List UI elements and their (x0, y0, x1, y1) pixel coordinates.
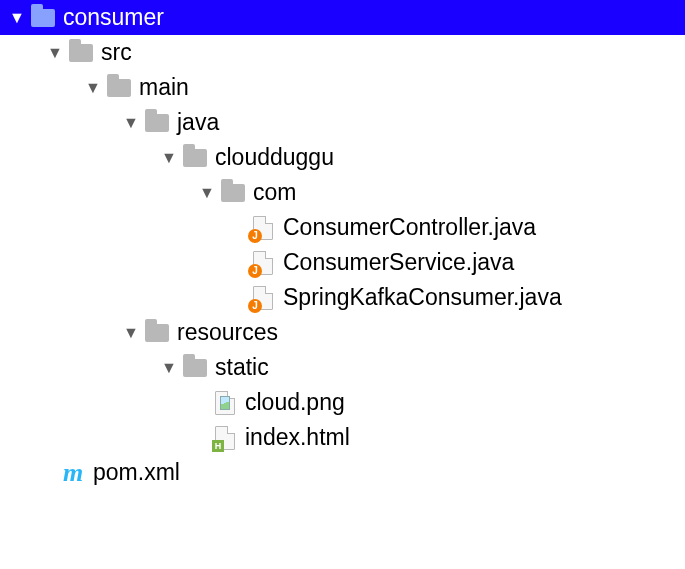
expand-arrow-down-icon[interactable]: ▼ (198, 184, 216, 202)
maven-file-icon: m (60, 460, 86, 486)
tree-item-label: cloud.png (245, 391, 345, 414)
tree-item-label: ConsumerController.java (283, 216, 536, 239)
folder-icon (182, 145, 208, 171)
html-file-icon: H (212, 425, 238, 451)
expand-arrow-down-icon[interactable]: ▼ (160, 149, 178, 167)
tree-item-label: main (139, 76, 189, 99)
java-file-icon: J (250, 250, 276, 276)
java-file-icon: J (250, 285, 276, 311)
java-file-icon: J (250, 215, 276, 241)
expand-arrow-down-icon[interactable]: ▼ (8, 9, 26, 27)
expand-arrow-down-icon[interactable]: ▼ (122, 114, 140, 132)
tree-item-label: cloudduggu (215, 146, 334, 169)
file-springkafkaconsumer-java[interactable]: JSpringKafkaConsumer.java (0, 280, 685, 315)
tree-item-label: static (215, 356, 269, 379)
folder-icon (220, 180, 246, 206)
tree-item-label: index.html (245, 426, 350, 449)
project-tree[interactable]: ▼consumer▼src▼main▼java▼cloudduggu▼comJC… (0, 0, 685, 490)
folder-com[interactable]: ▼com (0, 175, 685, 210)
folder-consumer[interactable]: ▼consumer (0, 0, 685, 35)
expand-arrow-down-icon[interactable]: ▼ (160, 359, 178, 377)
tree-item-label: SpringKafkaConsumer.java (283, 286, 562, 309)
tree-item-label: resources (177, 321, 278, 344)
tree-item-label: java (177, 111, 219, 134)
expand-arrow-down-icon[interactable]: ▼ (84, 79, 102, 97)
file-consumerservice-java[interactable]: JConsumerService.java (0, 245, 685, 280)
folder-icon (144, 110, 170, 136)
file-pom-xml[interactable]: mpom.xml (0, 455, 685, 490)
expand-arrow-down-icon[interactable]: ▼ (46, 44, 64, 62)
tree-item-label: pom.xml (93, 461, 180, 484)
folder-main[interactable]: ▼main (0, 70, 685, 105)
expand-arrow-down-icon[interactable]: ▼ (122, 324, 140, 342)
folder-icon (182, 355, 208, 381)
folder-java[interactable]: ▼java (0, 105, 685, 140)
folder-icon (30, 5, 56, 31)
folder-cloudduggu[interactable]: ▼cloudduggu (0, 140, 685, 175)
file-consumercontroller-java[interactable]: JConsumerController.java (0, 210, 685, 245)
folder-static[interactable]: ▼static (0, 350, 685, 385)
folder-icon (106, 75, 132, 101)
folder-src[interactable]: ▼src (0, 35, 685, 70)
folder-icon (68, 40, 94, 66)
tree-item-label: com (253, 181, 296, 204)
tree-item-label: src (101, 41, 132, 64)
folder-icon (144, 320, 170, 346)
file-index-html[interactable]: Hindex.html (0, 420, 685, 455)
image-file-icon (212, 390, 238, 416)
file-cloud-png[interactable]: cloud.png (0, 385, 685, 420)
tree-item-label: consumer (63, 6, 164, 29)
tree-item-label: ConsumerService.java (283, 251, 514, 274)
folder-resources[interactable]: ▼resources (0, 315, 685, 350)
